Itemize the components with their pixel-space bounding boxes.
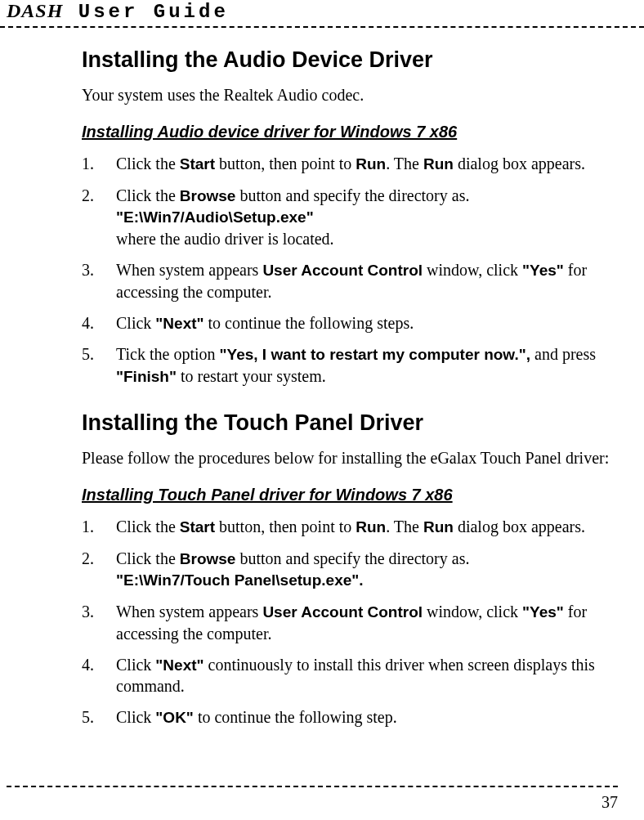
- list-item: When system appears User Account Control…: [82, 601, 613, 644]
- page-content: Installing the Audio Device Driver Your …: [0, 31, 613, 728]
- list-item: Click "Next" to continue the following s…: [82, 312, 613, 334]
- header-prefix: DASH: [7, 0, 63, 21]
- list-item: When system appears User Account Control…: [82, 259, 613, 302]
- page-header: DASH User Guide: [0, 0, 644, 28]
- list-item: Click "Next" continuously to install thi…: [82, 654, 613, 697]
- section2-steps: Click the Start button, then point to Ru…: [82, 516, 613, 728]
- section1-subheading: Installing Audio device driver for Windo…: [82, 123, 613, 141]
- section1-heading: Installing the Audio Device Driver: [82, 47, 613, 73]
- section2-intro: Please follow the procedures below for i…: [82, 449, 613, 468]
- page-number: 37: [602, 793, 618, 812]
- header-title: DASH User Guide: [7, 1, 229, 23]
- section1-intro: Your system uses the Realtek Audio codec…: [82, 86, 613, 105]
- list-item: Click the Browse button and specify the …: [82, 548, 613, 591]
- header-text: User Guide: [78, 1, 229, 23]
- list-item: Click the Browse button and specify the …: [82, 185, 613, 249]
- section1-steps: Click the Start button, then point to Ru…: [82, 153, 613, 388]
- list-item: Click "OK" to continue the following ste…: [82, 706, 613, 728]
- list-item: Click the Start button, then point to Ru…: [82, 516, 613, 538]
- section2-subheading: Installing Touch Panel driver for Window…: [82, 486, 613, 504]
- section2-heading: Installing the Touch Panel Driver: [82, 410, 613, 436]
- list-item: Tick the option "Yes, I want to restart …: [82, 343, 613, 387]
- list-item: Click the Start button, then point to Ru…: [82, 153, 613, 175]
- footer-divider: [7, 786, 618, 787]
